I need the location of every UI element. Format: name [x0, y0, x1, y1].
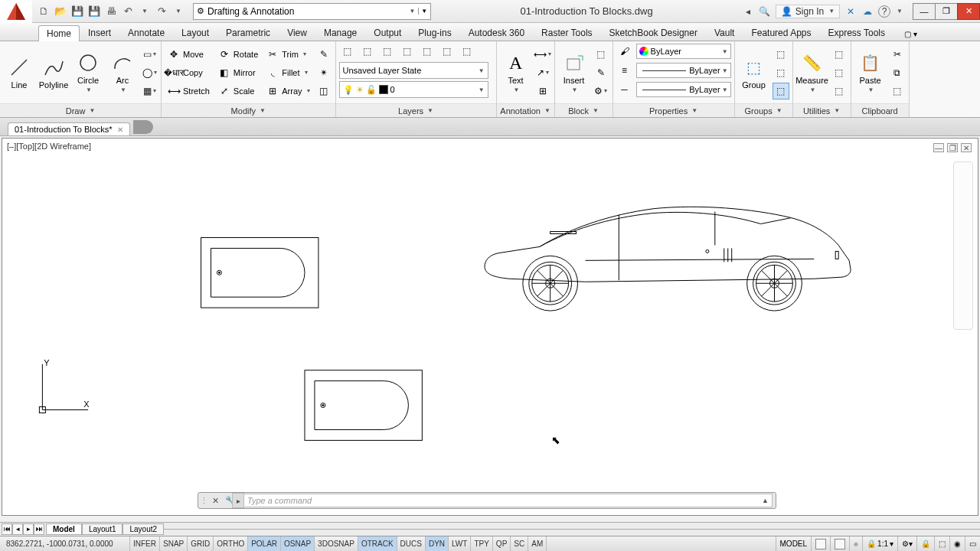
app-logo[interactable] [0, 0, 32, 23]
exchange-icon[interactable]: ✕ [844, 5, 857, 18]
paste-button[interactable]: 📋Paste▼ [854, 44, 887, 102]
plot-icon[interactable]: 🖶 [104, 5, 118, 18]
ellipse-button[interactable]: ◯▾ [141, 64, 158, 81]
clean-screen-button[interactable]: ▭ [965, 536, 980, 551]
group-edit-button[interactable]: ⬚ [773, 64, 789, 81]
model-space-button[interactable]: MODEL [776, 536, 812, 551]
toggle-otrack[interactable]: OTRACK [358, 536, 397, 551]
panel-layers-title[interactable]: Layers▼ [336, 103, 496, 117]
layer-current-dropdown[interactable]: 💡 ☀ 🔓 0 ▼ [339, 81, 488, 98]
calc-button[interactable]: ⬚ [831, 83, 848, 99]
toggle-ducs[interactable]: DUCS [397, 536, 426, 551]
hardware-accel-button[interactable]: ⬚ [934, 536, 949, 551]
select-all-button[interactable]: ⬚ [831, 46, 848, 63]
document-tab[interactable]: 01-Introduction To Blocks* ✕ [8, 122, 130, 135]
quick-select-button[interactable]: ⬚ [831, 64, 848, 81]
leader-button[interactable]: ↗▾ [534, 64, 551, 81]
layout-tab-layout2[interactable]: Layout2 [122, 523, 164, 535]
drag-handle-icon[interactable]: ⋮ [198, 496, 209, 506]
group-button[interactable]: ⬚Group [738, 44, 770, 102]
ungroup-button[interactable]: ⬚ [773, 46, 789, 63]
toggle-polar[interactable]: POLAR [248, 536, 281, 551]
layer-prop-button[interactable]: ⬚ [339, 43, 356, 60]
menu-tab-output[interactable]: Output [365, 24, 410, 41]
explode-button[interactable]: ✴ [315, 64, 332, 81]
measure-button[interactable]: 📏Measure▼ [796, 44, 828, 102]
arc-button[interactable]: Arc▼ [106, 44, 139, 102]
mirror-button[interactable]: ◧Mirror [215, 64, 261, 81]
menu-tab-home[interactable]: Home [38, 25, 80, 41]
close-tab-icon[interactable]: ✕ [117, 126, 123, 134]
cut-button[interactable]: ✂ [889, 46, 906, 63]
scale-button[interactable]: 🔒 1:1 ▾ [862, 536, 897, 551]
anno-scale-button[interactable]: ⟐ [849, 536, 862, 551]
toggle-sc[interactable]: SC [511, 536, 528, 551]
cmd-close-icon[interactable]: ✕ [209, 496, 222, 506]
stretch-button[interactable]: ⟷Stretch [165, 83, 213, 99]
polyline-button[interactable]: Polyline [38, 44, 70, 102]
menu-tab-sketchbook-designer[interactable]: SketchBook Designer [601, 24, 706, 41]
line-button[interactable]: Line [3, 44, 35, 102]
workspace-switch-button[interactable]: ⚙▾ [897, 536, 916, 551]
scale-button[interactable]: ⤢Scale [215, 83, 261, 99]
close-button[interactable]: ✕ [957, 3, 980, 20]
toggle-dyn[interactable]: DYN [426, 536, 449, 551]
insert-button[interactable]: Insert▼ [558, 44, 590, 102]
workspace-dropdown[interactable]: ⚙ Drafting & Annotation ▼ ▼ [193, 3, 431, 20]
toggle-ortho[interactable]: ORTHO [214, 536, 248, 551]
offset-button[interactable]: ◫ [315, 83, 332, 99]
toggle-qp[interactable]: QP [493, 536, 511, 551]
layer-states-button[interactable]: ⬚ [359, 43, 376, 60]
menu-tab-plug-ins[interactable]: Plug-ins [410, 24, 459, 41]
layout-first-icon[interactable]: ⏮ [2, 523, 12, 535]
move-button[interactable]: ✥Move [165, 46, 213, 63]
toggle-osnap[interactable]: OSNAP [281, 536, 315, 551]
panel-properties-title[interactable]: Properties▼ [613, 103, 734, 117]
edit-block-button[interactable]: ✎ [593, 64, 609, 81]
toggle-grid[interactable]: GRID [188, 536, 214, 551]
command-line[interactable]: ⋮ ✕ 🔧 Type a command ▲ [198, 492, 776, 509]
create-block-button[interactable]: ⬚ [593, 46, 609, 63]
saveas-icon[interactable]: 💾 [87, 5, 101, 18]
rectangle-button[interactable]: ▭▾ [141, 46, 158, 63]
open-icon[interactable]: 📂 [54, 5, 67, 18]
toggle-lwt[interactable]: LWT [449, 536, 471, 551]
snap-display-button[interactable] [830, 536, 849, 551]
panel-modify-title[interactable]: Modify▼ [162, 103, 335, 117]
layout-prev-icon[interactable]: ◂ [12, 523, 23, 535]
circle-button[interactable]: Circle▼ [72, 44, 104, 102]
layout-tab-model[interactable]: Model [46, 523, 82, 535]
workspace-flyout-icon[interactable]: ▼ [418, 8, 427, 15]
menu-tab-vault[interactable]: Vault [706, 24, 743, 41]
layer-off-button[interactable]: ⬚ [419, 43, 436, 60]
block-attr-button[interactable]: ⚙▾ [593, 83, 609, 99]
lineweight-dropdown[interactable]: ByLayer▼ [636, 63, 731, 78]
toggle-infer[interactable]: INFER [130, 536, 160, 551]
drawing-canvas[interactable]: [–][Top][2D Wireframe] — ❐ ✕ Y X [2, 138, 978, 516]
linetype-dropdown[interactable]: ByLayer▼ [636, 82, 731, 97]
command-input[interactable]: Type a command ▲ [242, 494, 773, 507]
redo-dd-icon[interactable]: ▼ [172, 5, 185, 18]
undo-dd-icon[interactable]: ▼ [138, 5, 152, 18]
new-icon[interactable]: 🗋 [37, 5, 51, 18]
menu-tab-layout[interactable]: Layout [173, 24, 217, 41]
coordinates[interactable]: 8362.2721, -1000.0731, 0.0000 [0, 536, 130, 551]
menu-tab-autodesk-360[interactable]: Autodesk 360 [460, 24, 533, 41]
layout-tab-layout1[interactable]: Layout1 [82, 523, 123, 535]
help-icon[interactable]: ? [878, 5, 890, 18]
copy-button[interactable]: �धारCopy [165, 64, 213, 81]
color-dropdown[interactable]: ByLayer▼ [636, 44, 731, 59]
layer-match-button[interactable]: ⬚ [459, 43, 475, 60]
menu-tab-parametric[interactable]: Parametric [217, 24, 279, 41]
match-prop-button[interactable]: 🖌 [616, 43, 633, 60]
panel-draw-title[interactable]: Draw▼ [0, 103, 161, 117]
layer-state-dropdown[interactable]: Unsaved Layer State▼ [339, 62, 488, 79]
menu-tab-manage[interactable]: Manage [315, 24, 365, 41]
trim-button[interactable]: ✂Trim▾ [263, 46, 312, 63]
copy-clip-button[interactable]: ⧉ [889, 64, 906, 81]
undo-icon[interactable]: ↶ [121, 5, 135, 18]
isolate-button[interactable]: ◉ [949, 536, 965, 551]
menu-tab-featured-apps[interactable]: Featured Apps [743, 24, 819, 41]
cmd-history-icon[interactable]: ▲ [762, 497, 769, 504]
rotate-button[interactable]: ⟳Rotate [215, 46, 261, 63]
